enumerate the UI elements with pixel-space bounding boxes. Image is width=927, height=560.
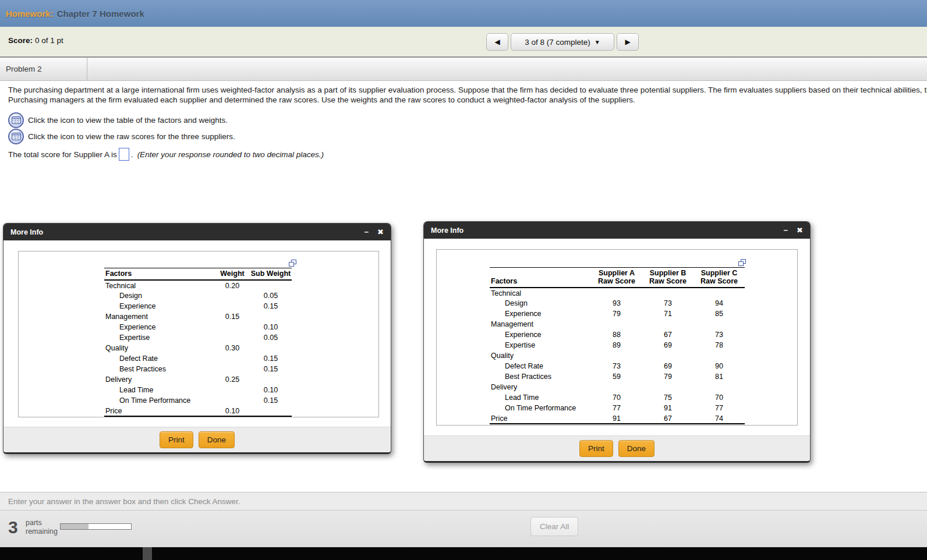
close-icon[interactable]: ✖ <box>797 226 803 234</box>
supplier-b-score-cell: 79 <box>642 371 694 382</box>
weights-panel: Factors Weight Sub Weight Technical0.20D… <box>18 251 379 417</box>
sub-weight-cell: 0.15 <box>250 395 292 406</box>
factor-weight-row: Quality0.30 <box>104 343 292 353</box>
supplier-b-score-cell: 67 <box>642 413 694 424</box>
factor-weight-row: Technical0.20 <box>104 280 292 290</box>
scores-table-wrap: Factors Supplier A Raw Score Supplier B … <box>490 259 745 424</box>
supplier-b-score-cell <box>642 350 694 361</box>
tab-problem-2[interactable]: Problem 2 <box>0 58 87 80</box>
supplier-c-score-cell: 70 <box>694 392 745 403</box>
factor-weight-row: Experience0.10 <box>104 322 292 332</box>
supplier-a-score-cell: 73 <box>591 361 642 371</box>
done-button[interactable]: Done <box>618 440 654 457</box>
factor-cell: Delivery <box>490 382 591 392</box>
factor-weight-row: Delivery0.25 <box>104 374 292 385</box>
table-glyph-icon <box>12 133 21 140</box>
factor-weight-row: Defect Rate0.15 <box>104 353 292 364</box>
raw-score-row: Best Practices597981 <box>490 371 745 382</box>
minimize-icon[interactable]: − <box>784 226 788 234</box>
factor-weight-row: Price0.10 <box>104 406 292 416</box>
supplier-a-score-cell: 93 <box>591 298 642 309</box>
popout-icon[interactable] <box>738 259 746 266</box>
sub-weight-cell: 0.15 <box>250 364 292 374</box>
factor-weight-row: Experience0.15 <box>104 301 292 311</box>
print-button[interactable]: Print <box>579 440 613 457</box>
sub-weight-cell: 0.05 <box>250 332 292 343</box>
col-header-factors: Factors <box>104 268 215 281</box>
weight-cell: 0.15 <box>215 311 250 322</box>
sub-weight-cell: 0.10 <box>250 385 292 395</box>
supplier-c-score-cell: 73 <box>694 329 745 340</box>
raw-score-row: Expertise896978 <box>490 340 745 350</box>
window-controls: − ✖ <box>784 226 804 234</box>
supplier-a-score-cell: 89 <box>591 340 642 350</box>
sub-weight-cell <box>250 406 292 416</box>
factor-weight-row: Design0.05 <box>104 290 292 301</box>
weight-cell: 0.10 <box>215 406 250 416</box>
progress-fill <box>61 524 89 529</box>
score-text: Score:0 of 1 pt <box>8 36 63 45</box>
factor-cell: Lead Time <box>104 385 215 395</box>
supplier-c-score-cell: 90 <box>694 361 745 371</box>
popout-icon[interactable] <box>289 260 296 267</box>
problem-statement-line2: Purchasing managers at the firm evaluate… <box>8 95 927 105</box>
supplier-a-score-cell: 59 <box>591 371 642 382</box>
prev-problem-button[interactable]: ◀ <box>486 33 508 51</box>
sub-weight-cell: 0.15 <box>250 301 292 311</box>
close-icon[interactable]: ✖ <box>377 228 384 236</box>
raw-score-row: Design937394 <box>490 298 745 309</box>
weight-cell <box>215 290 250 301</box>
raw-score-row: Quality <box>490 350 745 361</box>
scores-window-body: Factors Supplier A Raw Score Supplier B … <box>424 239 810 435</box>
factor-cell: Management <box>104 311 215 322</box>
supplier-a-score-cell: 91 <box>591 413 642 424</box>
supplier-c-score-cell: 81 <box>694 371 745 382</box>
windows-taskbar <box>0 547 927 560</box>
scores-panel: Factors Supplier A Raw Score Supplier B … <box>436 249 798 426</box>
factor-cell: Experience <box>104 301 215 311</box>
factor-cell: Quality <box>490 350 591 361</box>
factor-cell: Management <box>490 319 591 329</box>
weights-window-body: Factors Weight Sub Weight Technical0.20D… <box>3 240 391 427</box>
print-button[interactable]: Print <box>160 431 193 448</box>
scores-window-titlebar[interactable]: More Info − ✖ <box>424 222 810 239</box>
problem-position-dropdown[interactable]: 3 of 8 (7 complete) ▼ <box>511 33 614 51</box>
supplier-b-score-cell: 69 <box>642 361 694 371</box>
supplier-b-score-cell: 71 <box>642 309 694 319</box>
col-header-weight: Weight <box>215 268 250 281</box>
view-raw-scores-icon[interactable] <box>8 129 24 144</box>
next-problem-button[interactable]: ▶ <box>617 33 639 51</box>
supplier-b-score-cell: 91 <box>642 403 694 413</box>
dropdown-arrow-icon: ▼ <box>595 39 600 45</box>
factor-weight-row: Lead Time0.10 <box>104 385 292 395</box>
supplier-c-score-cell: 77 <box>694 403 745 413</box>
sub-weight-cell <box>250 311 292 322</box>
window-title: More Info <box>10 228 43 236</box>
homework-screen: { "header": { "homework_label": "Homewor… <box>0 0 927 560</box>
supplier-b-score-cell <box>642 382 694 392</box>
raw-score-row: Experience886773 <box>490 329 745 340</box>
factor-cell: Design <box>490 298 591 309</box>
done-button[interactable]: Done <box>199 431 235 448</box>
supplier-c-score-cell: 74 <box>694 413 745 424</box>
answer-period: . <box>131 150 133 159</box>
factor-cell: On Time Performance <box>490 403 591 413</box>
weight-cell <box>215 395 250 406</box>
supplier-a-score-cell: 77 <box>591 403 642 413</box>
factor-cell: Best Practices <box>104 364 215 374</box>
weights-window-titlebar[interactable]: More Info − ✖ <box>3 224 391 240</box>
supplier-c-score-cell: 78 <box>694 340 745 350</box>
view-factors-table-icon[interactable] <box>8 112 24 128</box>
weight-cell <box>215 385 250 395</box>
raw-scores-link-row: Click the icon to view the raw scores fo… <box>8 129 235 144</box>
minimize-icon[interactable]: − <box>365 228 369 236</box>
answer-input[interactable] <box>119 148 129 161</box>
weight-cell: 0.20 <box>215 280 250 290</box>
scores-header-row: Factors Supplier A Raw Score Supplier B … <box>490 268 745 288</box>
supplier-a-score-cell <box>591 350 642 361</box>
raw-score-row: Defect Rate736990 <box>490 361 745 371</box>
raw-score-row: Management <box>490 319 745 329</box>
factor-cell: Technical <box>490 288 591 298</box>
clear-all-button[interactable]: Clear All <box>530 517 578 536</box>
supplier-b-score-cell <box>642 319 694 329</box>
